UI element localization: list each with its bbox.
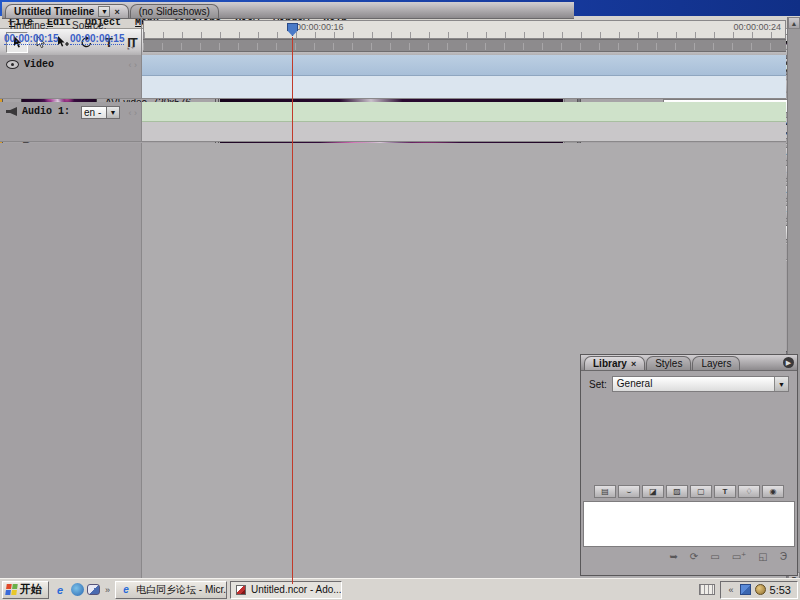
set-select[interactable]: General ▼ (612, 376, 789, 392)
audio-track-content[interactable] (142, 102, 786, 141)
chevron-down-icon[interactable]: ▼ (98, 6, 110, 17)
ie-icon: e (120, 584, 132, 596)
video-track: Video ‹ › (0, 55, 786, 99)
audio-track-header: Audio 1: en - ▼ ‹ › (0, 102, 142, 141)
encore-icon (235, 584, 247, 596)
show-layersets-icon[interactable]: ▢ (690, 485, 712, 498)
network-icon[interactable] (740, 584, 751, 595)
timeline-ruler[interactable]: 00:00:00:16 00:00:00:24 (143, 20, 786, 39)
encore-window: Untitled.ncor - Adobe Encore DVD File Ed… (0, 0, 800, 600)
replace-button[interactable]: ⟳ (690, 551, 698, 562)
set-label: Set: (589, 379, 607, 390)
library-panel: Library × Styles Layers ▶ Set: General ▼… (580, 354, 798, 576)
library-set-row: Set: General ▼ (581, 371, 797, 397)
ruler-label-right: 00:00:00:24 (733, 22, 781, 32)
audio-language-select[interactable]: en - ▼ (81, 106, 120, 119)
chevron-down-icon[interactable]: ▼ (774, 377, 788, 391)
place-button[interactable]: ➥ (669, 551, 677, 562)
tray-collapse-icon[interactable]: « (727, 585, 736, 595)
show-text-icon[interactable]: T (714, 485, 736, 498)
keyboard-layout-icon[interactable] (699, 584, 715, 595)
tab-styles[interactable]: Styles (646, 356, 691, 370)
speaker-icon[interactable] (6, 107, 17, 116)
windows-logo-icon (5, 584, 18, 595)
new-item-button[interactable]: ◱ (758, 551, 767, 562)
audio-track: Audio 1: en - ▼ ‹ › (0, 102, 786, 142)
timeline-panel: Untitled Timeline ▼ × (no Slideshows) Ti… (0, 0, 576, 222)
show-buttons-icon[interactable]: ⌣ (618, 485, 640, 498)
delete-button[interactable]: Э (780, 551, 787, 562)
show-shapes-icon[interactable]: ♢ (738, 485, 760, 498)
audio-language-value: en - (81, 106, 107, 119)
update-icon[interactable] (755, 584, 766, 595)
track-expand-icon[interactable]: ‹ › (129, 108, 138, 118)
show-menus-icon[interactable]: ▤ (594, 485, 616, 498)
tab-no-slideshows[interactable]: (no Slideshows) (130, 4, 219, 18)
panel-menu-icon[interactable]: ▶ (783, 357, 794, 368)
clock[interactable]: 5:53 (770, 584, 791, 596)
quicklaunch-overflow-icon[interactable]: » (103, 585, 112, 595)
tab-layers[interactable]: Layers (692, 356, 740, 370)
taskbar: 开始 e » e 电白同乡论坛 - Micr... Untitled.ncor … (0, 578, 800, 600)
playhead-line (292, 37, 293, 584)
taskbar-task-encore[interactable]: Untitled.ncor - Ado... (230, 581, 342, 599)
library-preview-area (581, 397, 797, 483)
library-item-list[interactable] (583, 501, 795, 547)
tab-untitled-timeline[interactable]: Untitled Timeline ▼ × (5, 4, 129, 18)
messenger-quicklaunch-icon[interactable] (71, 583, 84, 596)
library-tabstrip: Library × Styles Layers ▶ (581, 355, 797, 371)
new-menu-button[interactable]: ▭⁺ (732, 551, 747, 562)
ie-quicklaunch-icon[interactable]: e (52, 582, 68, 598)
audio-track-label: Audio 1: (22, 106, 70, 117)
timeline-header-left: Timeline: Source: 00:00:00:15 00:00:00:1… (0, 17, 142, 55)
video-track-header: Video ‹ › (0, 55, 142, 98)
library-bottom-bar: ➥ ⟳ ▭ ▭⁺ ◱ Э (581, 548, 797, 562)
scroll-up-icon[interactable]: ▲ (788, 17, 800, 29)
taskbar-task-browser[interactable]: e 电白同乡论坛 - Micr... (115, 581, 227, 599)
source-time-label: Source: (72, 20, 106, 31)
show-desktop-icon[interactable] (87, 584, 100, 595)
source-timecode[interactable]: 00:00:00:15 (70, 33, 124, 45)
track-expand-icon[interactable]: ‹ › (129, 60, 138, 70)
add-chapter-button[interactable]: ◔⁺ (125, 44, 135, 54)
show-replacement-icon[interactable]: ◉ (762, 485, 784, 498)
show-images-icon[interactable]: ◪ (642, 485, 664, 498)
video-track-content[interactable] (142, 55, 786, 98)
eye-icon[interactable] (6, 60, 19, 69)
ruler-label-mid: 00:00:00:16 (296, 22, 344, 32)
start-label: 开始 (20, 582, 42, 597)
tab-library[interactable]: Library × (584, 356, 645, 370)
timeline-time-label: Timeline: (8, 20, 48, 31)
set-background-button[interactable]: ▭ (710, 551, 719, 562)
show-backgrounds-icon[interactable]: ▨ (666, 485, 688, 498)
start-button[interactable]: 开始 (2, 581, 49, 599)
chevron-down-icon[interactable]: ▼ (107, 106, 120, 119)
close-icon[interactable]: × (114, 7, 119, 17)
chapter-marker-strip[interactable] (143, 39, 786, 52)
set-value: General (613, 377, 774, 391)
library-filter-row: ▤ ⌣ ◪ ▨ ▢ T ♢ ◉ (581, 483, 797, 500)
system-tray: « 5:53 (720, 581, 798, 599)
close-icon[interactable]: × (631, 359, 636, 369)
timeline-timecode[interactable]: 00:00:00:15 (4, 33, 58, 45)
video-track-label: Video (24, 59, 54, 70)
